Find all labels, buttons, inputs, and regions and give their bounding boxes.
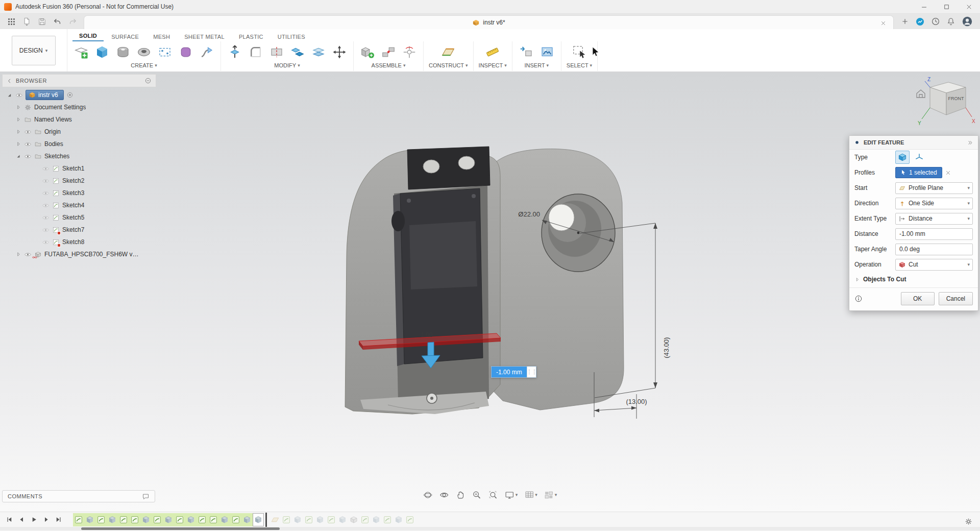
timeline-feature-sketch[interactable] <box>73 513 84 526</box>
timeline-feature-extrude[interactable] <box>107 513 118 526</box>
timeline-feature-sketch[interactable] <box>359 513 371 526</box>
timeline-feature-extrude[interactable] <box>219 513 230 526</box>
collapse-caret-icon[interactable] <box>15 251 21 257</box>
visibility-eye-icon[interactable] <box>24 153 32 160</box>
visibility-eye-icon[interactable] <box>15 91 23 99</box>
maximize-button[interactable] <box>935 0 958 14</box>
step-back-button[interactable] <box>16 514 27 525</box>
fit-icon[interactable] <box>486 488 500 501</box>
collapse-caret-icon[interactable] <box>15 116 21 123</box>
timeline-feature-sketch[interactable] <box>326 513 337 526</box>
expand-section-icon[interactable] <box>854 277 860 282</box>
orbit-icon[interactable] <box>421 488 435 501</box>
timeline-scrollbar[interactable] <box>0 527 980 530</box>
sketch-icon[interactable] <box>52 214 60 222</box>
insert-derive-icon[interactable] <box>518 43 535 61</box>
measure-icon[interactable] <box>484 43 501 61</box>
collapse-caret-icon[interactable] <box>15 104 21 110</box>
activate-component-radio[interactable] <box>66 91 74 99</box>
form-icon[interactable] <box>177 43 194 61</box>
timeline-playhead[interactable] <box>265 513 267 527</box>
sketch-icon[interactable] <box>52 202 60 209</box>
recent-icon[interactable] <box>931 17 940 26</box>
profiles-selected-chip[interactable]: 1 selected <box>895 167 942 178</box>
visibility-eye-icon[interactable] <box>42 189 50 197</box>
group-label-insert[interactable]: INSERT▾ <box>524 62 549 68</box>
cancel-button[interactable]: Cancel <box>939 292 973 305</box>
type-solid-button[interactable] <box>895 151 910 164</box>
viewports-icon[interactable]: ▾ <box>542 488 559 501</box>
viewcube-front-label[interactable]: FRONT <box>948 96 964 101</box>
ribbon-tab-sheet-metal[interactable]: SHEET METAL <box>178 32 231 41</box>
visibility-eye-icon[interactable] <box>42 165 50 173</box>
display-settings-icon[interactable]: ▾ <box>503 488 520 501</box>
ribbon-tab-mesh[interactable]: MESH <box>146 32 177 41</box>
offset-face-icon[interactable] <box>310 43 327 61</box>
group-label-inspect[interactable]: INSPECT▾ <box>479 62 507 68</box>
sketch-icon[interactable] <box>52 165 60 173</box>
browser-item-linked-component[interactable]: FUTABA_HPSCB700_FSH6W v2 ... <box>2 248 156 260</box>
ok-button[interactable]: OK <box>901 292 935 305</box>
view-cube[interactable]: FRONT Z Y X <box>915 76 976 130</box>
construct-plane-icon[interactable] <box>439 43 457 61</box>
undo-icon[interactable] <box>51 16 63 27</box>
close-tab-icon[interactable] <box>878 18 888 28</box>
browser-sketch-sketch4[interactable]: Sketch4 <box>2 199 156 211</box>
pattern-icon[interactable] <box>156 43 174 61</box>
redo-icon[interactable] <box>66 16 79 27</box>
step-forward-button[interactable] <box>41 514 52 525</box>
collapse-all-icon[interactable] <box>144 77 152 84</box>
browser-sketch-sketch8[interactable]: Sketch8 <box>2 236 156 248</box>
browser-sketch-sketch1[interactable]: Sketch1 <box>2 162 156 175</box>
timeline-feature-extrude[interactable] <box>371 513 382 526</box>
expand-caret-icon[interactable] <box>6 92 13 99</box>
group-label-create[interactable]: CREATE▾ <box>131 62 157 68</box>
browser-item-named-views[interactable]: Named Views <box>2 113 156 126</box>
start-select[interactable]: Profile Plane ▾ <box>895 182 973 194</box>
component-icon[interactable] <box>34 251 42 258</box>
browser-item-origin[interactable]: Origin <box>2 126 156 138</box>
new-component-icon[interactable] <box>359 43 376 61</box>
timeline-feature-component[interactable] <box>348 513 359 526</box>
browser-item-bodies[interactable]: Bodies <box>2 138 156 150</box>
direction-select[interactable]: One Side ▾ <box>895 198 973 209</box>
visibility-eye-icon[interactable] <box>42 238 50 246</box>
ribbon-tab-plastic[interactable]: PLASTIC <box>232 32 270 41</box>
timeline-feature-sketch[interactable] <box>303 513 314 526</box>
dialog-header[interactable]: EDIT FEATURE <box>849 136 978 150</box>
timeline-feature-extrude[interactable] <box>337 513 348 526</box>
move-icon[interactable] <box>331 43 348 61</box>
objects-to-cut-row[interactable]: Objects To Cut <box>849 272 978 286</box>
timeline-feature-sketch[interactable] <box>382 513 393 526</box>
timeline-feature-extrude[interactable] <box>163 513 174 526</box>
pan-icon[interactable] <box>454 488 468 501</box>
browser-root-document[interactable]: instr v6 <box>26 90 64 100</box>
workspace-switcher[interactable]: DESIGN ▾ <box>12 36 56 65</box>
settings-gear-icon[interactable] <box>963 516 974 527</box>
folder-icon[interactable] <box>34 128 42 136</box>
collapse-caret-icon[interactable] <box>15 129 21 135</box>
timeline-feature-sketch[interactable] <box>129 513 140 526</box>
timeline-feature-sketch[interactable] <box>404 513 415 526</box>
browser-sketch-sketch3[interactable]: Sketch3 <box>2 187 156 199</box>
sketch-icon[interactable] <box>52 226 60 234</box>
group-label-construct[interactable]: CONSTRUCT▾ <box>429 62 468 68</box>
look-at-icon[interactable] <box>437 488 451 501</box>
save-icon[interactable] <box>36 16 48 27</box>
collapse-caret-icon[interactable] <box>15 141 21 147</box>
info-icon[interactable] <box>854 295 863 303</box>
file-menu-icon[interactable] <box>20 16 33 27</box>
group-label-select[interactable]: SELECT▾ <box>567 62 592 68</box>
fillet-icon[interactable] <box>247 43 264 61</box>
group-label-assemble[interactable]: ASSEMBLE▾ <box>372 62 406 68</box>
apps-grid-icon[interactable] <box>5 16 17 27</box>
hole-icon[interactable] <box>135 43 153 61</box>
expand-caret-icon[interactable] <box>15 153 21 159</box>
extrude-icon[interactable] <box>93 43 111 61</box>
visibility-eye-icon[interactable] <box>42 226 50 234</box>
timeline-feature-extrude[interactable] <box>253 513 264 526</box>
joint-origin-icon[interactable] <box>401 43 418 61</box>
canvas-icon[interactable] <box>538 43 556 61</box>
group-label-modify[interactable]: MODIFY▾ <box>274 62 300 68</box>
clear-selection-icon[interactable] <box>945 170 951 176</box>
